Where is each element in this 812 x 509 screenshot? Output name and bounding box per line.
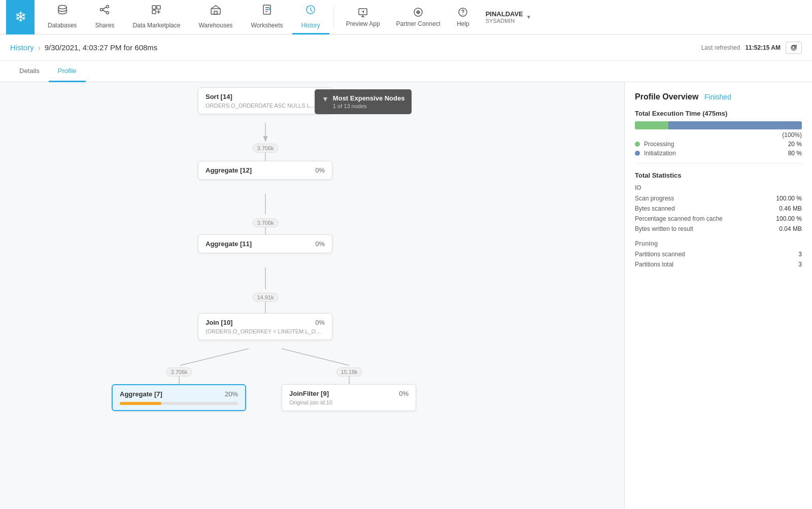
- arrows-svg: [0, 82, 624, 509]
- node-jf9[interactable]: JoinFilter [9] 0% Original join id:10: [282, 384, 416, 411]
- help-icon: [457, 7, 468, 20]
- nav-data-marketplace-label: Data Marketplace: [132, 22, 180, 29]
- node-sort14-sub: ORDERS.O_ORDERDATE ASC NULLS L...: [206, 103, 322, 109]
- svg-rect-8: [214, 11, 217, 14]
- nav-history[interactable]: History: [292, 0, 329, 35]
- svg-line-24: [282, 349, 349, 365]
- snowflake-icon: ❄: [15, 10, 26, 24]
- partner-connect-icon: [413, 7, 424, 20]
- initialization-label: Initialization: [644, 150, 676, 157]
- node-agg11[interactable]: Aggregate [11] 0%: [198, 234, 332, 253]
- top-nav: ❄ Databases Shares Data Marketplace Ware…: [0, 0, 812, 35]
- execution-progress-bar: [635, 121, 802, 129]
- node-agg11-pct: 0%: [315, 240, 325, 248]
- node-join10[interactable]: Join [10] 0% (ORDERS.O_ORDERKEY = LINEIT…: [198, 313, 332, 340]
- progress-processing: [635, 121, 668, 129]
- node-agg7-label: Aggregate [7]: [120, 390, 162, 398]
- processing-dot: [635, 142, 640, 147]
- svg-point-15: [462, 14, 463, 15]
- databases-icon: [57, 4, 68, 20]
- nav-shares-label: Shares: [95, 22, 114, 29]
- data-marketplace-icon: [151, 4, 162, 20]
- node-join10-sub: (ORDERS.O_ORDERKEY = LINEITEM.L_ORD...: [206, 328, 322, 334]
- svg-rect-4: [152, 6, 156, 9]
- processing-value: 20 %: [788, 141, 802, 148]
- io-stats: Scan progress100.00 %Bytes scanned0.46 M…: [635, 193, 802, 234]
- nav-warehouses[interactable]: Warehouses: [189, 0, 242, 35]
- tab-details[interactable]: Details: [10, 61, 49, 82]
- panel-heading: Profile Overview Finished: [635, 92, 802, 101]
- tab-profile[interactable]: Profile: [49, 61, 86, 82]
- diagram-area: Sort [14] ORDERS.O_ORDERDATE ASC NULLS L…: [0, 82, 624, 509]
- nav-worksheets[interactable]: Worksheets: [242, 0, 292, 35]
- breadcrumb-current: 9/30/2021, 4:03:27 PM for 608ms: [45, 43, 158, 52]
- processing-label: Processing: [644, 141, 674, 148]
- node-jf9-pct: 0%: [399, 390, 409, 397]
- nav-history-label: History: [301, 22, 320, 29]
- nav-help-label: Help: [457, 20, 469, 27]
- node-agg7[interactable]: Aggregate [7] 20%: [112, 384, 246, 411]
- last-refreshed-label: Last refreshed: [701, 44, 740, 51]
- execution-time-label: Total Execution Time (475ms): [635, 110, 802, 117]
- main-content: Sort [14] ORDERS.O_ORDERDATE ASC NULLS L…: [0, 82, 812, 509]
- nav-databases-label: Databases: [48, 22, 77, 29]
- tooltip-subtitle: 1 of 13 nodes: [333, 103, 405, 109]
- nav-preview-app-label: Preview App: [346, 20, 380, 27]
- node-agg12-pct: 0%: [315, 166, 325, 174]
- nav-preview-app[interactable]: Preview App: [338, 0, 388, 35]
- nav-warehouses-label: Warehouses: [198, 22, 232, 29]
- panel-title: Profile Overview: [635, 92, 698, 101]
- user-menu[interactable]: PINALDAVE SYSADMIN ▼: [478, 0, 539, 35]
- history-icon: [305, 4, 316, 20]
- nav-shares[interactable]: Shares: [86, 0, 123, 35]
- connector-3706k-2: 3.706k: [252, 218, 278, 227]
- stat-row: Percentage scanned from cache100.00 %: [635, 214, 802, 224]
- connector-1491k: 14.91k: [252, 293, 278, 302]
- node-agg12[interactable]: Aggregate [12] 0%: [198, 161, 332, 180]
- refresh-button[interactable]: [786, 42, 802, 54]
- worksheets-icon: [261, 4, 273, 20]
- legend-initialization: Initialization 80 %: [635, 150, 802, 157]
- most-expensive-tooltip: ▼ Most Expensive Nodes 1 of 13 nodes: [315, 89, 412, 114]
- svg-point-3: [107, 11, 109, 14]
- connector-3706k-1: 3.706k: [252, 144, 278, 153]
- breadcrumb-parent[interactable]: History: [10, 43, 34, 52]
- nav-divider: [333, 7, 334, 27]
- stat-row: Partitions total3: [635, 259, 802, 269]
- stat-row: Partitions scanned3: [635, 249, 802, 259]
- breadcrumb: History › 9/30/2021, 4:03:27 PM for 608m…: [10, 43, 157, 52]
- tooltip-arrow-icon: ▼: [322, 95, 329, 103]
- node-agg7-progress-bar: [120, 402, 161, 405]
- nav-help[interactable]: Help: [449, 0, 478, 35]
- total-stats-title: Total Statistics: [635, 172, 802, 179]
- right-panel: Profile Overview Finished Total Executio…: [624, 82, 812, 509]
- nav-partner-connect-label: Partner Connect: [396, 20, 441, 27]
- connector-1518k: 15.18k: [336, 367, 362, 377]
- stat-row: Bytes written to result0.04 MB: [635, 224, 802, 234]
- user-role: SYSADMIN: [486, 18, 523, 24]
- user-chevron-icon: ▼: [526, 14, 531, 20]
- breadcrumb-separator: ›: [38, 43, 41, 52]
- node-agg11-label: Aggregate [11]: [206, 240, 252, 248]
- divider-1: [635, 163, 802, 163]
- initialization-dot: [635, 151, 640, 156]
- logo[interactable]: ❄: [6, 0, 35, 35]
- svg-rect-5: [157, 6, 160, 9]
- panel-status: Finished: [704, 93, 731, 101]
- preview-app-icon: [357, 7, 368, 20]
- pruning-stats: Partitions scanned3Partitions total3: [635, 249, 802, 269]
- node-join10-label: Join [10]: [206, 319, 232, 326]
- nav-partner-connect[interactable]: Partner Connect: [388, 0, 449, 35]
- nav-databases[interactable]: Databases: [39, 0, 86, 35]
- nav-data-marketplace[interactable]: Data Marketplace: [123, 0, 189, 35]
- warehouses-icon: [210, 4, 221, 20]
- shares-icon: [99, 4, 110, 20]
- initialization-value: 80 %: [788, 150, 802, 157]
- nav-worksheets-label: Worksheets: [251, 22, 283, 29]
- nav-items: Databases Shares Data Marketplace Wareho…: [39, 0, 806, 35]
- progress-initialization: [668, 121, 802, 129]
- breadcrumb-bar: History › 9/30/2021, 4:03:27 PM for 608m…: [0, 35, 812, 61]
- tooltip-title: Most Expensive Nodes: [333, 94, 405, 102]
- node-sort14[interactable]: Sort [14] ORDERS.O_ORDERDATE ASC NULLS L…: [198, 87, 332, 114]
- svg-rect-6: [152, 10, 156, 14]
